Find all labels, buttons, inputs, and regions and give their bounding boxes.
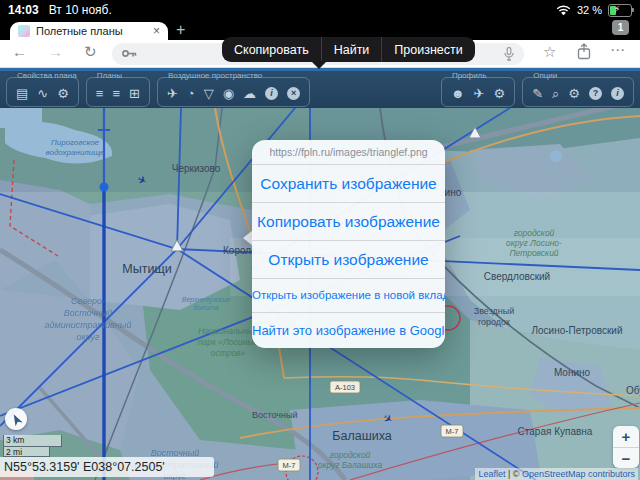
info-icon[interactable]: i	[265, 87, 278, 100]
leaflet-link[interactable]: Leaflet	[478, 469, 505, 479]
open-image-button[interactable]: Открыть изображение	[252, 240, 445, 278]
file-icon[interactable]: ▤	[16, 87, 28, 100]
settings-icon[interactable]: ⚙	[494, 87, 506, 100]
svg-text:М-7: М-7	[446, 427, 459, 436]
map-label: Звездный	[474, 306, 515, 316]
image-context-menu: https://fpln.ru/images/trianglef.png Сох…	[252, 140, 445, 348]
menu-dots-icon[interactable]: ⋯	[610, 41, 626, 59]
measure-icon[interactable]: ✎	[532, 87, 543, 100]
map-label: округ Лосино-	[506, 238, 562, 248]
back-button[interactable]: ←	[12, 43, 27, 60]
group-plan-properties: Свойства плана ▤ ∿ ⚙	[6, 77, 79, 107]
share-icon[interactable]	[577, 43, 591, 60]
wifi-icon	[556, 5, 571, 16]
find-button[interactable]: Найти	[322, 43, 382, 57]
cloud-icon[interactable]: ☁	[243, 87, 256, 100]
user-icon[interactable]: ☻	[451, 87, 465, 100]
map-label: остров»	[211, 348, 246, 358]
map-label: болота	[193, 304, 218, 311]
map-label: Восточный	[252, 410, 298, 420]
group-label: Опции	[530, 71, 560, 80]
map-label: Балашиха	[332, 429, 392, 443]
info-icon[interactable]: i	[611, 87, 624, 100]
navigation-arrow-icon	[10, 413, 23, 426]
map-label: Монино	[554, 367, 591, 378]
group-plans: Планы ≡ ≡ ⊞	[86, 77, 150, 107]
zoom-out-button[interactable]: −	[613, 448, 639, 468]
speak-button[interactable]: Произнести	[382, 43, 474, 57]
reload-button[interactable]: ↻	[84, 43, 97, 61]
search-icon[interactable]: ⌕	[552, 87, 559, 100]
map-label: парк «Лосиный	[198, 337, 259, 347]
map-label: округ Балашиха	[318, 460, 383, 470]
search-image-google-button[interactable]: Найти это изображение в Google	[252, 312, 445, 348]
scale-bar-km: 3 km	[3, 435, 62, 447]
svg-text:А-103: А-103	[335, 383, 355, 392]
map-label: Черкизово	[172, 163, 221, 174]
app-toolbar: Свойства плана ▤ ∿ ⚙ Планы ≡ ≡ ⊞ Воздушн…	[0, 68, 640, 108]
plane-icon[interactable]: ✈	[474, 87, 485, 100]
group-airspace: Воздушное пространство ✈ ◔ ▽ ◉ ☁ i ×	[157, 77, 310, 107]
list-icon[interactable]: ≡	[112, 87, 120, 100]
bookmark-star-icon[interactable]: ☆	[543, 43, 556, 61]
group-label: Воздушное пространство	[165, 71, 265, 80]
open-image-new-tab-button[interactable]: Открыть изображение в новой вкладке	[252, 278, 445, 312]
help-icon[interactable]: ?	[589, 87, 602, 100]
map-label: водохранилище	[45, 148, 105, 157]
map-label: административный	[45, 320, 132, 330]
gears-icon[interactable]: ⚙	[57, 87, 69, 100]
zoom-in-button[interactable]: +	[613, 426, 639, 448]
copy-image-button[interactable]: Копировать изображение	[252, 202, 445, 240]
plane-departure-icon[interactable]: ✈	[167, 87, 178, 100]
map-label: Лосино-Петровский	[532, 325, 623, 336]
osm-link[interactable]: OpenStreetMap contributors	[522, 469, 635, 479]
route-point-marker	[100, 183, 109, 192]
zoom-control: + −	[613, 426, 639, 468]
ordered-list-icon[interactable]: ≡	[96, 87, 104, 100]
tab-flight-plans[interactable]: Полетные планы ×	[10, 22, 168, 40]
map-label: городской	[330, 450, 371, 460]
map-label: Обухово	[626, 385, 640, 396]
mic-icon[interactable]	[504, 47, 514, 61]
map-label: Старая Купавна	[518, 426, 593, 437]
battery-icon: ⚡	[608, 4, 632, 17]
tab-close-icon[interactable]: ×	[153, 25, 160, 37]
filter-icon[interactable]: ▽	[204, 87, 214, 100]
route-icon[interactable]: ∿	[37, 87, 48, 100]
screen: 14:03 Вт 10 нояб. 32 % ⚡ Полетные планы …	[0, 0, 640, 480]
status-bar: 14:03 Вт 10 нояб. 32 % ⚡	[0, 0, 640, 20]
map-label: Восточный	[64, 308, 113, 318]
locate-me-button[interactable]	[5, 408, 27, 430]
clock: 14:03	[8, 3, 39, 17]
battery-percent: 32 %	[577, 4, 602, 16]
map-label: Петровский	[509, 248, 558, 258]
tab-switcher-button[interactable]: 1	[612, 20, 629, 35]
map-attribution: Leaflet | © OpenStreetMap contributors	[475, 468, 638, 480]
pie-chart-icon[interactable]: ◔	[187, 87, 195, 100]
scale-bar-mi: 2 mi	[3, 447, 50, 457]
svg-text:М-7: М-7	[283, 461, 296, 470]
map-label: Пироговское	[51, 138, 100, 147]
forward-button[interactable]: →	[48, 43, 63, 60]
close-circle-icon[interactable]: ×	[287, 87, 300, 100]
save-image-button[interactable]: Сохранить изображение	[252, 164, 445, 202]
add-plan-icon[interactable]: ⊞	[129, 87, 140, 100]
new-tab-button[interactable]: +	[176, 21, 185, 39]
group-label: Свойства плана	[14, 71, 80, 80]
selection-menu: Скопировать Найти Произнести	[222, 37, 475, 62]
tab-title: Полетные планы	[36, 25, 147, 37]
date: Вт 10 нояб.	[49, 3, 112, 17]
map-label: городской	[514, 228, 555, 238]
map-pin-icon[interactable]: ◉	[223, 87, 234, 100]
map-label: Северо-	[71, 296, 105, 306]
group-label: Профиль	[449, 71, 490, 80]
copy-button[interactable]: Скопировать	[222, 43, 321, 57]
map-label: городок	[478, 317, 510, 327]
site-favicon	[18, 25, 30, 37]
context-menu-url: https://fpln.ru/images/trianglef.png	[252, 140, 445, 164]
map-label: Национальный	[198, 326, 258, 336]
gear-icon[interactable]: ⚙	[568, 87, 580, 100]
group-options: Опции ✎ ⌕ ⚙ ? i	[522, 77, 634, 107]
selection-menu-caret	[311, 61, 327, 69]
group-label: Планы	[94, 71, 125, 80]
